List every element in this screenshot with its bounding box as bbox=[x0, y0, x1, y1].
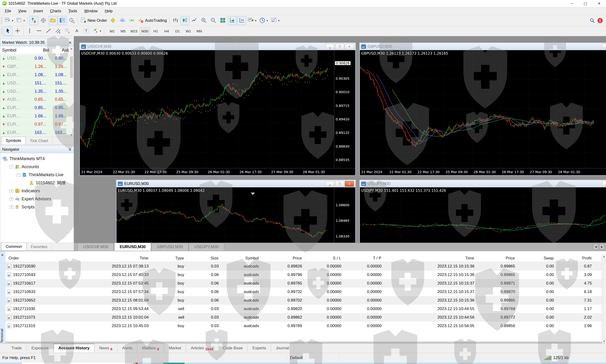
chart-minimize-icon[interactable]: ▁ bbox=[325, 181, 335, 187]
column-header-time[interactable]: Time bbox=[56, 256, 151, 261]
collapse-icon[interactable]: − bbox=[17, 173, 20, 177]
chart-window-eurusd[interactable]: EURUSD,M30▁❐✕EURUSD,M30 1.08037 1.08049 … bbox=[116, 180, 356, 251]
menu-item-help[interactable]: Help bbox=[101, 8, 116, 14]
chart-plot-area[interactable]: GBPUSD,M30 1.26123 1.26172 1.26123 1.261… bbox=[360, 50, 606, 175]
market-watch-row[interactable]: ▲USD...0.90...0.90... bbox=[0, 54, 70, 63]
order-row[interactable]: 19127106332023.12.15 07:57:34buy0.06audc… bbox=[5, 288, 602, 296]
dropdown-arrow-icon[interactable]: ▼ bbox=[99, 30, 102, 32]
auto-scroll-button[interactable] bbox=[228, 16, 237, 25]
trendline-button[interactable] bbox=[44, 27, 53, 36]
usdjpy-chart-canvas[interactable] bbox=[360, 187, 606, 251]
tree-item-indicators[interactable]: +fIndicators bbox=[0, 187, 74, 195]
terminal-scroll-down-icon[interactable]: ▼ bbox=[602, 339, 606, 343]
price-axis[interactable]: 1.086001.084651.083301.08195 bbox=[334, 187, 355, 251]
column-header-profit-2[interactable]: Profit bbox=[556, 256, 594, 261]
terminal-tab-mailbox[interactable]: Mailbox8 bbox=[137, 344, 164, 352]
dropdown-arrow-icon[interactable]: ▼ bbox=[255, 19, 257, 22]
crosshair-button[interactable] bbox=[13, 27, 22, 36]
channel-button[interactable]: E bbox=[54, 27, 63, 36]
market-watch-button[interactable] bbox=[29, 16, 38, 25]
collapse-icon[interactable]: − bbox=[10, 165, 13, 169]
metaeditor-button[interactable] bbox=[108, 16, 117, 25]
price-axis[interactable]: 0.906260.903050.900100.897150.894200.891… bbox=[334, 50, 355, 168]
terminal-scroll-up-icon[interactable]: ▲ bbox=[602, 255, 606, 258]
tree-item-accounts[interactable]: −Accounts bbox=[0, 163, 74, 171]
chart-plot-area[interactable]: USDCHF,M30 0.90630 0.90633 0.90600 0.906… bbox=[80, 50, 355, 175]
text-label-button[interactable]: T bbox=[82, 27, 91, 36]
column-header-price[interactable]: Price bbox=[261, 256, 304, 261]
text-button[interactable]: A bbox=[72, 27, 81, 36]
order-row[interactable]: 19127106522023.12.15 08:01:04buy0.06audc… bbox=[5, 296, 602, 305]
data-window-button[interactable] bbox=[39, 16, 48, 25]
tab-favorites[interactable]: Favorites bbox=[27, 243, 52, 251]
column-header-price-2[interactable]: Price bbox=[477, 256, 517, 261]
terminal-close-icon[interactable]: × bbox=[1, 253, 4, 257]
candle-chart-button[interactable] bbox=[180, 16, 189, 25]
chart-window-titlebar[interactable]: USDJPY,M30▁ bbox=[360, 180, 606, 187]
terminal-tab-account-history[interactable]: Account History bbox=[54, 344, 94, 352]
terminal-tab-news[interactable]: News6 bbox=[94, 344, 117, 352]
chart-window-gbpusd[interactable]: GBPUSD,M30▁GBPUSD,M30 1.26123 1.26172 1.… bbox=[359, 43, 606, 176]
terminal-tab-experts[interactable]: Experts bbox=[248, 344, 271, 352]
column-header-order[interactable]: Order bbox=[5, 256, 56, 261]
timeframe-d1-button[interactable]: D1 bbox=[172, 27, 183, 35]
col-ask[interactable]: Ask bbox=[49, 48, 69, 53]
terminal-button[interactable] bbox=[58, 16, 67, 25]
terminal-tab-articles[interactable]: Articles1544 bbox=[186, 344, 218, 352]
timeframe-m1-button[interactable]: M1 bbox=[107, 27, 117, 35]
menu-item-file[interactable]: File bbox=[1, 8, 15, 14]
market-watch-row[interactable]: ▲USD...1.35...1.35... bbox=[0, 87, 70, 96]
chart-plot-area[interactable]: USDJPY,M30 151.401 151.432 151.371 151.4… bbox=[360, 187, 606, 251]
zoom-out-button[interactable] bbox=[209, 16, 218, 25]
timeframe-mn-button[interactable]: MN bbox=[194, 27, 204, 35]
navigator-button[interactable] bbox=[48, 16, 57, 25]
tabs-scroll-right-icon[interactable]: ▶ bbox=[599, 244, 605, 249]
tree-item-experts[interactable]: +Expert Advisors bbox=[0, 195, 74, 203]
market-watch-row[interactable]: ▲EUR...1.08...1.08... bbox=[0, 71, 70, 79]
minimize-icon[interactable]: ─ bbox=[565, 0, 579, 7]
chart-window-usdchf[interactable]: USDCHF,M30▁❐✕USDCHF,M30 0.90630 0.90633 … bbox=[79, 43, 356, 176]
col-symbol[interactable]: Symbol bbox=[0, 48, 30, 53]
timeframe-m30-button[interactable]: M30 bbox=[140, 27, 150, 35]
autotrading-button[interactable]: AutoTrading bbox=[137, 16, 168, 25]
market-watch-scrollbar[interactable]: ▲ ▼ bbox=[70, 47, 73, 137]
column-header-size[interactable]: Size bbox=[187, 256, 221, 261]
tab-symbols[interactable]: Symbols bbox=[1, 137, 26, 144]
signals-button[interactable] bbox=[127, 16, 136, 25]
chart-window-usdjpy[interactable]: USDJPY,M30▁USDJPY,M30 151.401 151.432 15… bbox=[359, 180, 606, 251]
tree-item-scripts[interactable]: +Scripts bbox=[0, 203, 74, 211]
terminal-tab-journal[interactable]: Journal bbox=[271, 344, 294, 352]
timeframe-h1-button[interactable]: H1 bbox=[150, 27, 161, 35]
dropdown-arrow-icon[interactable]: ▼ bbox=[278, 19, 280, 22]
market-watch-close-icon[interactable]: × bbox=[68, 40, 72, 45]
new-order-button[interactable]: New Order bbox=[79, 16, 108, 25]
tree-item-account[interactable]: 10154602: 闋爍 bbox=[0, 179, 74, 187]
toolbar-grip2[interactable] bbox=[1, 28, 2, 35]
indicators-button[interactable]: ▼ bbox=[247, 16, 258, 25]
expand-icon[interactable]: + bbox=[10, 189, 13, 193]
chart-window-titlebar[interactable]: EURUSD,M30▁❐✕ bbox=[117, 180, 355, 187]
usdchf-chart-canvas[interactable] bbox=[80, 50, 333, 167]
chart-shift-button[interactable] bbox=[237, 16, 246, 25]
hline-button[interactable] bbox=[35, 27, 43, 36]
column-header-time-2[interactable]: Time bbox=[384, 256, 477, 261]
market-watch-row[interactable]: ▲EUR...1.66...1.66... bbox=[0, 112, 70, 120]
order-row[interactable]: 19127105932023.12.15 07:40:33buy0.06audc… bbox=[5, 271, 602, 279]
dropdown-arrow-icon[interactable]: ▼ bbox=[11, 19, 14, 22]
chart-tab-eurusd[interactable]: EURUSD,M30 bbox=[114, 243, 151, 251]
order-row[interactable]: 19127110302023.12.15 09:53:44sell0.03aud… bbox=[5, 305, 602, 313]
chart-tab-usdjpy[interactable]: USDJPY,M30 bbox=[189, 243, 224, 251]
market-watch-row[interactable]: ▲USD...151....151.... bbox=[0, 79, 70, 87]
tree-item-platform[interactable]: ThinkMarkets MT4 bbox=[0, 155, 74, 163]
bar-chart-button[interactable] bbox=[171, 16, 180, 25]
order-row[interactable]: 19127110732023.12.15 10:01:04sell0.03aud… bbox=[5, 313, 602, 322]
chart-restore-icon[interactable]: ❐ bbox=[335, 44, 344, 50]
terminal-tab-exposure[interactable]: Exposure bbox=[27, 344, 54, 352]
tile-windows-button[interactable] bbox=[218, 16, 227, 25]
chart-minimize-icon[interactable]: ▁ bbox=[325, 44, 335, 50]
menu-item-window[interactable]: Window bbox=[81, 8, 101, 14]
chart-close-icon[interactable]: ✕ bbox=[345, 44, 354, 50]
terminal-tab-market[interactable]: Market bbox=[164, 344, 186, 352]
chart-minimize-icon[interactable]: ▁ bbox=[602, 44, 606, 50]
navigator-close-icon[interactable]: × bbox=[68, 147, 72, 152]
